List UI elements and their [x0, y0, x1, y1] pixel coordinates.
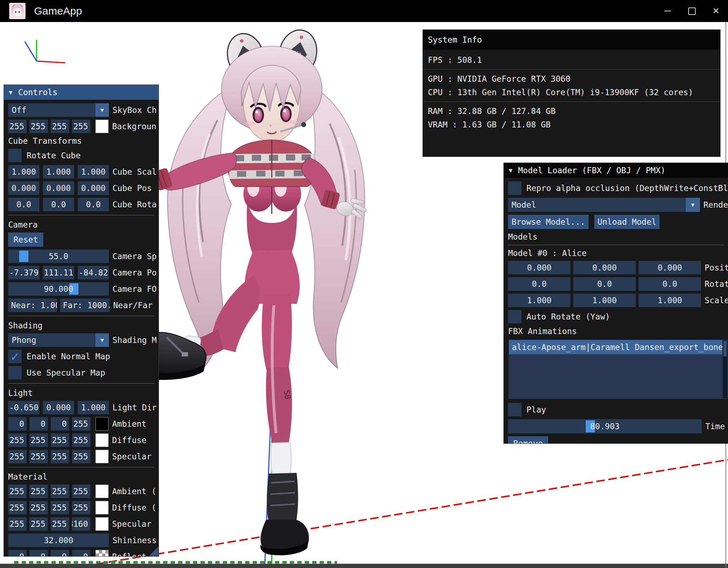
cube-rotation-label: Cube Rota — [112, 200, 157, 209]
number-field[interactable]: 255 — [8, 517, 27, 531]
minimize-button[interactable] — [656, 0, 680, 22]
repro-alpha-occlusion-checkbox[interactable] — [508, 181, 522, 195]
number-field[interactable]: 255 — [51, 433, 69, 447]
number-field[interactable]: 0.000 — [43, 401, 74, 414]
number-field[interactable]: 0.000 — [8, 181, 39, 195]
number-field[interactable]: 0.0 — [43, 198, 74, 211]
use-specular-map-checkbox[interactable] — [8, 366, 22, 379]
number-field[interactable]: 1.000 — [639, 294, 701, 307]
rotate-cube-checkbox[interactable] — [8, 149, 22, 162]
unload-model-button[interactable]: Unload Model — [594, 215, 660, 229]
number-field[interactable]: 0.000 — [639, 261, 701, 274]
number-field[interactable]: 0.000 — [78, 181, 109, 195]
material-diffuse-swatch[interactable] — [95, 501, 109, 514]
remove-button[interactable]: Remove — [508, 436, 548, 444]
reset-button[interactable]: Reset — [8, 233, 43, 247]
number-field[interactable]: 0 — [8, 550, 27, 557]
number-field[interactable]: 255 — [72, 417, 90, 431]
number-field[interactable]: -84.82 — [78, 266, 109, 279]
number-field[interactable]: 0.0 — [573, 277, 636, 291]
number-field[interactable]: 255 — [51, 120, 69, 133]
resize-grip[interactable] — [149, 547, 158, 556]
light-diffuse-swatch[interactable] — [95, 433, 109, 447]
number-field[interactable]: 255 — [29, 450, 48, 463]
play-checkbox[interactable] — [508, 403, 522, 416]
number-field[interactable]: 0 — [29, 550, 48, 557]
number-field[interactable]: 255 — [8, 485, 27, 498]
number-field[interactable]: 255 — [8, 450, 27, 463]
number-field[interactable]: 1.000 — [573, 294, 636, 307]
far-field[interactable]: Far: 1000. — [60, 299, 110, 312]
number-field[interactable]: 255 — [72, 433, 90, 447]
number-field[interactable]: 0.0 — [508, 277, 570, 291]
number-field[interactable]: 1.000 — [78, 401, 109, 414]
number-field[interactable]: 255 — [72, 501, 90, 514]
light-specular-swatch[interactable] — [95, 450, 109, 463]
number-field[interactable]: 255 — [29, 517, 48, 531]
number-field[interactable]: 255 — [8, 120, 27, 133]
number-field[interactable]: 0 — [51, 417, 69, 431]
time-slider[interactable]: 80.903 — [508, 419, 702, 433]
number-field[interactable]: 0.000 — [508, 261, 570, 274]
camera-fov-slider[interactable]: 90.000 — [8, 282, 109, 296]
number-field[interactable]: 0.000 — [573, 261, 636, 274]
chevron-down-icon[interactable]: ▼ — [95, 103, 109, 117]
chevron-down-icon[interactable]: ▼ — [686, 198, 700, 212]
number-field[interactable]: 1.000 — [78, 165, 109, 179]
number-field[interactable]: 0 — [51, 550, 69, 557]
background-color-swatch[interactable] — [95, 120, 109, 133]
number-field[interactable]: 255 — [51, 485, 69, 498]
chevron-down-icon[interactable]: ▼ — [95, 333, 109, 347]
near-field[interactable]: Near: 1.00 — [8, 299, 57, 312]
collapse-arrow-icon[interactable]: ▼ — [9, 89, 12, 96]
controls-header[interactable]: ▼ Controls — [4, 85, 159, 100]
number-field[interactable]: 0 — [72, 550, 90, 557]
number-field[interactable]: -0.650 — [8, 401, 39, 414]
material-ambient-swatch[interactable] — [95, 485, 109, 498]
enable-normal-map-checkbox[interactable] — [8, 350, 22, 363]
close-button[interactable]: ✕ — [704, 0, 728, 22]
skybox-combo[interactable]: Off ▼ — [8, 103, 109, 117]
number-field[interactable]: 255 — [29, 501, 48, 514]
system-info-header[interactable]: System Info — [423, 30, 720, 50]
light-ambient-swatch[interactable] — [95, 417, 109, 431]
use-specular-map-label: Use Specular Map — [27, 368, 105, 377]
number-field[interactable]: 255 — [72, 450, 90, 463]
number-field[interactable]: 111.11 — [43, 266, 74, 279]
number-field[interactable]: 1.000 — [8, 165, 39, 179]
listbox-scrollbar[interactable] — [723, 340, 727, 398]
browse-model-button[interactable]: Browse Model... — [508, 215, 589, 229]
number-field[interactable]: 255 — [72, 485, 90, 498]
number-field[interactable]: 0.0 — [78, 198, 109, 211]
number-field[interactable]: 255 — [51, 501, 69, 514]
collapse-arrow-icon[interactable]: ▼ — [509, 167, 512, 174]
number-field[interactable]: 255 — [29, 120, 48, 133]
render-mode-combo[interactable]: Model ▼ — [508, 198, 700, 212]
number-field[interactable]: 255 — [29, 485, 48, 498]
number-field[interactable]: 1.000 — [43, 165, 74, 179]
shininess-drag[interactable]: 32.000 — [8, 534, 109, 547]
number-field[interactable]: 255 — [72, 120, 90, 133]
number-field[interactable]: 255 — [8, 433, 27, 447]
reflect-swatch[interactable] — [95, 550, 109, 557]
number-field[interactable]: 8160 — [72, 517, 90, 531]
number-field[interactable]: 1.000 — [508, 294, 570, 307]
number-field[interactable]: 255 — [51, 450, 69, 463]
number-field[interactable]: 0.0 — [8, 198, 39, 211]
number-field[interactable]: 255 — [29, 433, 48, 447]
animation-list-item[interactable]: alice-Apose_arm|Caramell Dansen_export_b… — [509, 340, 722, 354]
number-field[interactable]: -7.379 — [8, 266, 39, 279]
camera-speed-slider[interactable]: 55.0 — [8, 250, 109, 263]
number-field[interactable]: 0.000 — [43, 181, 74, 195]
maximize-button[interactable] — [680, 0, 704, 22]
number-field[interactable]: 0 — [29, 417, 48, 431]
animation-listbox[interactable]: alice-Apose_arm|Caramell Dansen_export_b… — [508, 339, 728, 399]
model-loader-header[interactable]: ▼ Model Loader (FBX / OBJ / PMX) — [504, 163, 728, 178]
number-field[interactable]: 255 — [8, 501, 27, 514]
material-specular-swatch[interactable] — [95, 517, 109, 531]
number-field[interactable]: 255 — [51, 517, 69, 531]
number-field[interactable]: 0.0 — [639, 277, 701, 291]
shading-mode-combo[interactable]: Phong ▼ — [8, 333, 109, 347]
number-field[interactable]: 0 — [8, 417, 27, 431]
auto-rotate-checkbox[interactable] — [508, 310, 522, 323]
